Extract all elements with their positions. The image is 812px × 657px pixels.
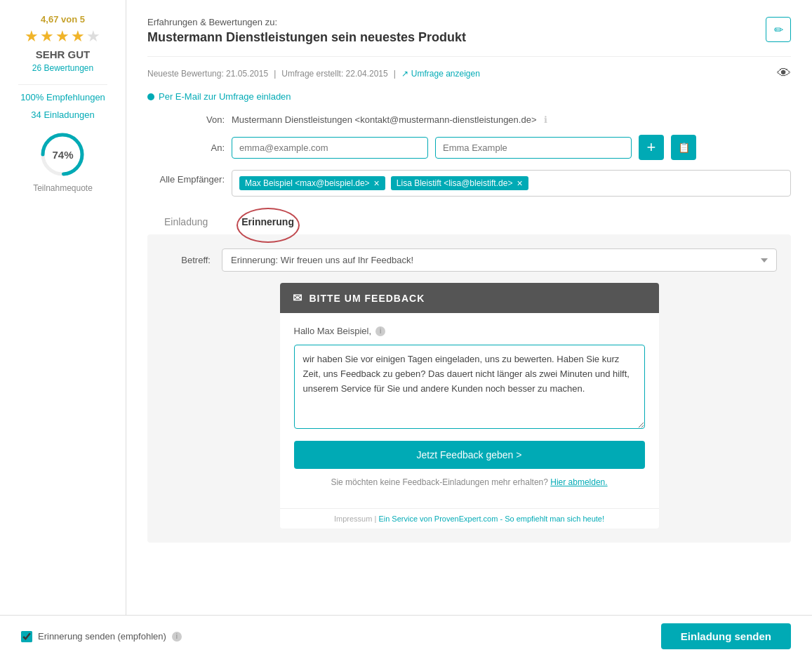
sidebar-empfehlungen: 100% Empfehlungen (20, 92, 105, 102)
contacts-button[interactable]: 📋 (671, 135, 696, 160)
sidebar-bewertungen: 26 Bewertungen (32, 63, 93, 73)
sidebar-divider (18, 84, 107, 85)
email-preview-area: Betreff: Erinnerung: Wir freuen uns auf … (147, 234, 791, 543)
email-invite-dot (147, 93, 154, 100)
edit-icon: ✏ (774, 23, 783, 36)
email-invite-row: Per E-Mail zur Umfrage einladen (147, 91, 791, 102)
sidebar-sehr-gut-label: SEHR GUT (36, 48, 91, 60)
erinnerung-checkbox[interactable] (21, 631, 32, 642)
tabs-row: Einladung Erinnerung (147, 209, 791, 234)
footer-service-link[interactable]: Ein Service von ProvenExpert.com - So em… (378, 515, 604, 523)
contacts-icon: 📋 (678, 142, 690, 153)
neueste-bewertung: Neueste Bewertung: 21.05.2015 (147, 69, 268, 79)
unsubscribe-link[interactable]: Hier abmelden. (550, 477, 607, 487)
name-input[interactable] (435, 137, 632, 159)
tab-erinnerung[interactable]: Erinnerung (225, 209, 311, 234)
recipient-name-1: Max Beispiel <max@beispiel.de> (245, 178, 370, 188)
email-header-text: BITTE UM FEEDBACK (310, 293, 425, 304)
sidebar-teilnahme-label: Teilnahmequote (33, 183, 93, 193)
recipients-box: Max Beispiel <max@beispiel.de> × Lisa Bl… (232, 170, 791, 197)
von-label: Von: (147, 114, 225, 125)
umfrage-erstellt: Umfrage erstellt: 22.04.2015 (281, 69, 387, 79)
email-footer: Impressum | Ein Service von ProvenExpert… (280, 508, 659, 529)
footer-impressum: Impressum (334, 515, 372, 523)
email-body: Hallo Max Beispiel, i wir haben Sie vor … (280, 313, 659, 508)
page-header: Erfahrungen & Bewertungen zu: Mustermann… (147, 17, 791, 45)
betreff-select[interactable]: Erinnerung: Wir freuen uns auf Ihr Feedb… (222, 248, 777, 272)
meta-row: Neueste Bewertung: 21.05.2015 | Umfrage … (147, 56, 791, 81)
unsubscribe-row: Sie möchten keine Feedback-Einladungen m… (294, 477, 645, 487)
email-input[interactable] (232, 137, 428, 159)
recipient-name-2: Lisa Bleistift <lisa@bleistift.de> (397, 178, 513, 188)
recipient-tag-1: Max Beispiel <max@beispiel.de> × (239, 176, 385, 190)
bottom-bar: Erinnerung senden (empfohlen) i Einladun… (0, 615, 812, 657)
greeting-info-icon: i (375, 326, 385, 336)
von-row: Von: Mustermann Dienstleistungen <kontak… (147, 114, 791, 125)
erfahrungen-label: Erfahrungen & Bewertungen zu: (147, 17, 466, 27)
page-header-left: Erfahrungen & Bewertungen zu: Mustermann… (147, 17, 466, 45)
email-envelope-icon: ✉ (293, 291, 302, 305)
sidebar-percent-text: 74% (52, 149, 73, 161)
betreff-row: Betreff: Erinnerung: Wir freuen uns auf … (161, 248, 777, 272)
unsubscribe-text: Sie möchten keine Feedback-Einladungen m… (331, 477, 548, 487)
recipient-tag-2: Lisa Bleistift <lisa@bleistift.de> × (391, 176, 528, 190)
email-header-bar: ✉ BITTE UM FEEDBACK (280, 283, 659, 313)
feedback-button[interactable]: Jetzt Feedback geben > (294, 441, 645, 469)
remove-recipient-1[interactable]: × (374, 178, 380, 188)
remove-recipient-2[interactable]: × (517, 178, 522, 188)
tab-erinnerung-label: Erinnerung (241, 216, 294, 227)
sidebar: 4,67 von 5 ★★★★★ SEHR GUT 26 Bewertungen… (0, 0, 126, 657)
alle-empfaenger-label: Alle Empfänger: (147, 170, 225, 185)
erinnerung-info-icon: i (172, 632, 182, 642)
external-link-icon: ↗ (401, 69, 408, 79)
separator-1: | (274, 69, 276, 79)
sidebar-einladungen: 34 Einladungen (31, 109, 94, 120)
tab-einladung-label: Einladung (164, 216, 208, 227)
add-recipient-button[interactable]: + (639, 135, 664, 160)
sidebar-rating-score: 4,67 von 5 (41, 14, 85, 25)
betreff-label: Betreff: (161, 255, 211, 265)
info-icon-von: ℹ (544, 114, 547, 125)
an-label: An: (147, 142, 225, 153)
tab-einladung[interactable]: Einladung (147, 209, 225, 234)
edit-button[interactable]: ✏ (766, 17, 791, 42)
eye-icon[interactable]: 👁 (777, 65, 791, 81)
email-greeting: Hallo Max Beispiel, i (294, 326, 645, 336)
footer-service-text: Ein Service von ProvenExpert.com - So em… (378, 515, 604, 523)
recipients-row: Alle Empfänger: Max Beispiel <max@beispi… (147, 170, 791, 197)
erinnerung-checkbox-label: Erinnerung senden (empfohlen) (38, 631, 166, 642)
product-title: Mustermann Dienstleistungen sein neueste… (147, 30, 466, 45)
separator-2: | (394, 69, 396, 79)
umfrage-link-text: Umfrage anzeigen (411, 69, 480, 79)
checkbox-row: Erinnerung senden (empfohlen) i (21, 631, 182, 642)
email-card: ✉ BITTE UM FEEDBACK Hallo Max Beispiel, … (280, 283, 659, 529)
main-content: Erfahrungen & Bewertungen zu: Mustermann… (126, 0, 812, 657)
sidebar-circle: 74% (38, 130, 87, 179)
email-body-textarea[interactable]: wir haben Sie vor einigen Tagen eingelad… (294, 345, 645, 429)
von-value: Mustermann Dienstleistungen <kontakt@mus… (232, 114, 537, 125)
an-row: An: + 📋 (147, 135, 791, 160)
umfrage-anzeigen-link[interactable]: ↗ Umfrage anzeigen (401, 69, 480, 79)
email-invite-link[interactable]: Per E-Mail zur Umfrage einladen (159, 91, 291, 102)
sidebar-circle-container: 74% Teilnahmequote (33, 130, 93, 193)
send-button[interactable]: Einladung senden (661, 623, 791, 649)
sidebar-stars: ★★★★★ (25, 27, 102, 46)
an-inputs: + 📋 (232, 135, 791, 160)
greeting-text: Hallo Max Beispiel, (294, 326, 372, 336)
